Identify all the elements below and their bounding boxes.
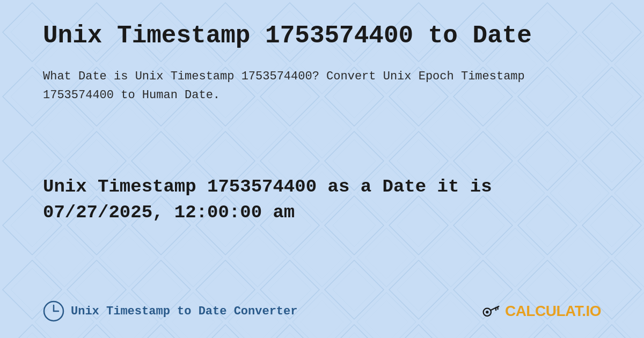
footer-link-label[interactable]: Unix Timestamp to Date Converter — [71, 305, 297, 318]
clock-icon — [43, 300, 64, 322]
result-text: Unix Timestamp 1753574400 as a Date it i… — [43, 174, 601, 225]
result-section: Unix Timestamp 1753574400 as a Date it i… — [43, 174, 601, 225]
logo-section[interactable]: CALCULAT.IO — [481, 302, 601, 321]
logo-main: CALCULAT — [505, 303, 582, 319]
description-text: What Date is Unix Timestamp 1753574400? … — [43, 67, 526, 105]
main-title: Unix Timestamp 1753574400 to Date — [43, 21, 601, 51]
logo-icon — [481, 302, 501, 321]
footer: Unix Timestamp to Date Converter CALCULA… — [43, 295, 601, 322]
result-line1: Unix Timestamp 1753574400 as a Date it i… — [43, 177, 492, 197]
result-line2: 07/27/2025, 12:00:00 am — [43, 202, 295, 223]
logo-text: CALCULAT.IO — [505, 303, 601, 320]
logo-accent: .IO — [582, 303, 601, 319]
svg-point-9 — [486, 311, 488, 313]
footer-left[interactable]: Unix Timestamp to Date Converter — [43, 300, 297, 322]
